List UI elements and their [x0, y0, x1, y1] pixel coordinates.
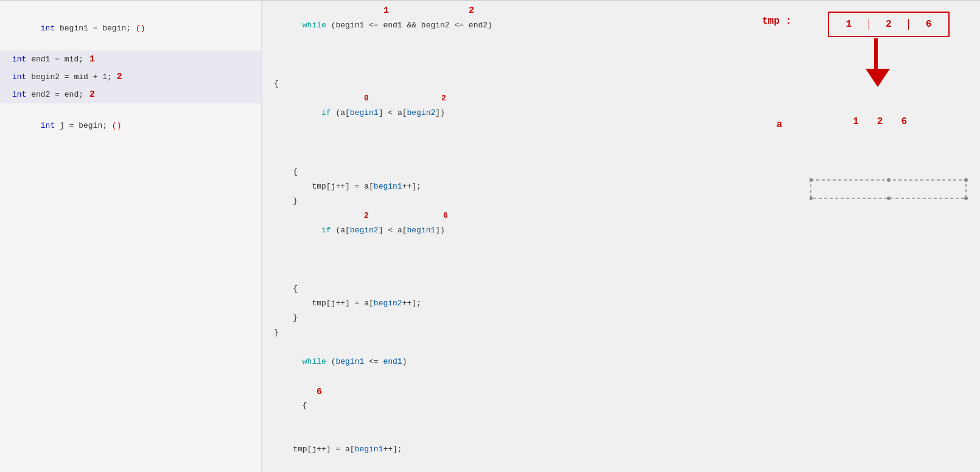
mid-if1: if (a[begin1] < a[begin2]) 0 2: [262, 91, 706, 164]
mid-brace7: { 6: [262, 384, 706, 442]
arrow-shaft: [874, 38, 878, 72]
mid-tmp2: tmp[j++] = a[begin2++];: [262, 296, 706, 311]
ann-2: 2: [117, 69, 122, 85]
dashed-svg: [810, 177, 968, 204]
svg-point-5: [887, 178, 891, 182]
svg-rect-0: [811, 180, 966, 198]
svg-point-6: [887, 196, 891, 200]
ann-3: 2: [89, 86, 95, 103]
mid-empty1: [262, 457, 706, 471]
ann-1: 1: [89, 51, 95, 68]
kw-int-5: int: [41, 121, 55, 130]
tmp-cell-3: 6: [908, 19, 948, 30]
mid-brace6: }: [262, 325, 706, 340]
main-content: int begin1 = begin; () int end1 = mid; 1…: [0, 1, 980, 472]
code-text-3: int begin2 = mid + 1;: [12, 70, 112, 84]
mid-if2: if (a[begin2] < a[begin1]) 2 6: [262, 209, 706, 282]
mid-brace2: {: [262, 165, 706, 179]
mid-while2: while (begin1 <= end1): [262, 340, 706, 384]
a-row: 1 2 6: [853, 116, 907, 127]
mid-brace3: }: [262, 194, 706, 209]
mid-brace4: {: [262, 282, 706, 296]
mid-tmp1: tmp[j++] = a[begin1++];: [262, 179, 706, 194]
a-val-1: 1: [853, 116, 859, 127]
code-line-3: int begin2 = mid + 1; 2: [0, 68, 261, 86]
tmp-cell-1: 1: [829, 19, 869, 30]
code-text-5: j = begin; (): [55, 121, 121, 130]
a-val-3: 6: [901, 116, 907, 127]
kw-int-1: int: [41, 24, 55, 33]
code-line-1: int begin1 = begin; (): [0, 7, 261, 50]
a-label: a: [776, 119, 782, 130]
dashed-container: [810, 177, 968, 204]
code-text-2: int end1 = mid;: [12, 52, 83, 66]
svg-point-4: [964, 196, 968, 200]
tmp-box: 1 2 6: [828, 12, 950, 37]
svg-point-1: [810, 178, 813, 182]
a-val-2: 2: [877, 116, 883, 127]
middle-panel: while (begin1 <= end1 && begin2 <= end2)…: [262, 1, 706, 472]
left-panel: int begin1 = begin; () int end1 = mid; 1…: [0, 1, 262, 472]
mid-tmp3: tmp[j++] = a[begin1++];: [262, 442, 706, 457]
svg-point-2: [964, 178, 968, 182]
code-line-2: int end1 = mid; 1: [0, 50, 261, 68]
mid-while1: while (begin1 <= end1 && begin2 <= end2)…: [262, 4, 706, 77]
arrow-head: [866, 69, 890, 87]
mid-brace5: }: [262, 311, 706, 325]
code-line-4: int end2 = end; 2: [0, 86, 261, 103]
tmp-cell-2: 2: [869, 19, 909, 30]
svg-point-3: [810, 196, 813, 200]
code-text-1: begin1 = begin; (): [55, 24, 145, 33]
code-text-4: int end2 = end;: [12, 88, 83, 102]
tmp-label: tmp :: [762, 16, 791, 27]
mid-brace1: {: [262, 77, 706, 91]
right-panel: tmp : 1 2 6 a 1 2 6: [706, 1, 980, 472]
code-line-5: int j = begin; (): [0, 103, 261, 147]
